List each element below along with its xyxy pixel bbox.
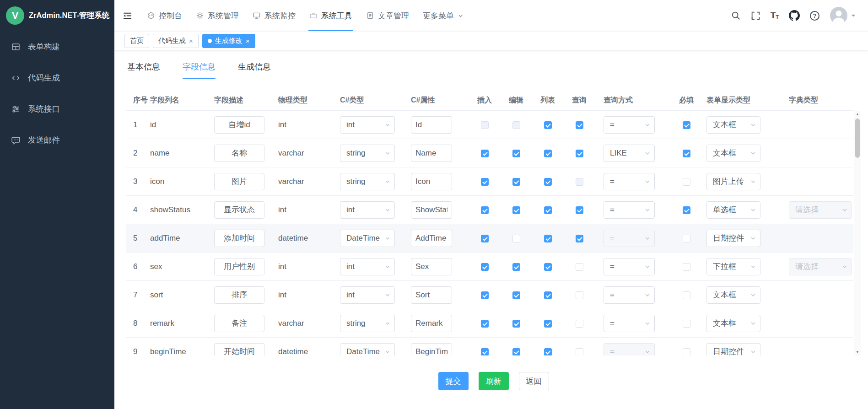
required-checkbox[interactable] — [683, 291, 690, 299]
close-icon[interactable] — [189, 38, 193, 44]
list-checkbox[interactable] — [544, 178, 552, 186]
query-checkbox[interactable] — [576, 263, 583, 271]
query-checkbox[interactable] — [576, 348, 583, 355]
csharp-type-select[interactable]: int — [340, 116, 395, 134]
display-type-select[interactable]: 文本框 — [706, 145, 760, 162]
insert-checkbox[interactable] — [481, 348, 489, 355]
insert-checkbox[interactable] — [481, 206, 489, 214]
csharp-property-input[interactable] — [411, 201, 452, 219]
column-description-input[interactable] — [214, 201, 264, 219]
csharp-type-select[interactable]: int — [340, 201, 395, 219]
edit-checkbox[interactable] — [512, 178, 520, 186]
caret-down-icon[interactable] — [851, 13, 856, 18]
csharp-property-input[interactable] — [411, 230, 452, 247]
sidebar-item-form-builder[interactable]: 表单构建 — [0, 31, 114, 62]
list-checkbox[interactable] — [544, 320, 552, 328]
display-type-select[interactable]: 文本框 — [706, 315, 760, 332]
column-description-input[interactable] — [214, 343, 264, 356]
query-type-select[interactable]: = — [604, 201, 655, 219]
csharp-type-select[interactable]: string — [340, 315, 395, 332]
csharp-type-select[interactable]: string — [340, 173, 395, 190]
display-type-select[interactable]: 单选框 — [706, 201, 760, 219]
collapse-sidebar-button[interactable] — [114, 0, 140, 31]
list-checkbox[interactable] — [544, 150, 552, 157]
query-type-select[interactable]: = — [604, 173, 655, 190]
fullscreen-icon[interactable] — [751, 11, 760, 21]
table-scrollbar[interactable] — [854, 111, 861, 355]
display-type-select[interactable]: 日期控件 — [706, 343, 760, 356]
csharp-property-input[interactable] — [411, 258, 452, 275]
column-description-input[interactable] — [214, 116, 264, 134]
insert-checkbox[interactable] — [481, 291, 489, 299]
nav-item-console[interactable]: 控制台 — [140, 0, 189, 31]
tag-home[interactable]: 首页 — [124, 34, 149, 48]
avatar[interactable] — [830, 6, 848, 25]
column-description-input[interactable] — [214, 230, 264, 247]
scrollbar-thumb[interactable] — [855, 118, 860, 158]
csharp-property-input[interactable] — [411, 173, 452, 190]
display-type-select[interactable]: 下拉框 — [706, 258, 760, 275]
query-checkbox[interactable] — [576, 291, 583, 299]
nav-item-system-monitor[interactable]: 系统监控 — [246, 0, 302, 31]
csharp-property-input[interactable] — [411, 116, 452, 134]
csharp-type-select[interactable]: int — [340, 286, 395, 304]
list-checkbox[interactable] — [544, 121, 552, 129]
tab-basic-info[interactable]: 基本信息 — [127, 61, 160, 79]
github-icon[interactable] — [789, 10, 800, 21]
insert-checkbox[interactable] — [481, 320, 489, 328]
csharp-type-select[interactable]: int — [340, 258, 395, 275]
close-icon[interactable] — [246, 38, 250, 44]
tag-code-generation[interactable]: 代码生成 — [153, 34, 199, 48]
query-type-select[interactable]: = — [604, 116, 655, 134]
column-description-input[interactable] — [214, 258, 264, 275]
required-checkbox[interactable] — [683, 178, 690, 186]
tag-generate-edit[interactable]: 生成修改 — [202, 34, 255, 48]
column-description-input[interactable] — [214, 173, 264, 190]
sidebar-item-send-mail[interactable]: 发送邮件 — [0, 124, 114, 156]
query-checkbox[interactable] — [576, 235, 583, 242]
csharp-property-input[interactable] — [411, 145, 452, 162]
query-type-select[interactable]: = — [604, 258, 655, 275]
query-checkbox[interactable] — [576, 320, 583, 328]
font-size-icon[interactable] — [771, 11, 779, 21]
nav-item-system-management[interactable]: 系统管理 — [189, 0, 246, 31]
required-checkbox[interactable] — [683, 263, 690, 271]
scroll-up-arrow[interactable] — [854, 111, 861, 118]
sidebar-item-system-api[interactable]: 系统接口 — [0, 93, 114, 124]
query-checkbox[interactable] — [576, 121, 583, 129]
query-type-select[interactable]: = — [604, 286, 655, 304]
list-checkbox[interactable] — [544, 348, 552, 355]
csharp-type-select[interactable]: string — [340, 145, 395, 162]
insert-checkbox[interactable] — [481, 235, 489, 242]
required-checkbox[interactable] — [683, 206, 690, 214]
query-type-select[interactable]: LIKE — [604, 145, 655, 162]
nav-item-more-menu[interactable]: 更多菜单 — [416, 0, 470, 31]
app-logo[interactable]: V ZrAdmin.NET-管理系统 — [0, 0, 114, 31]
csharp-property-input[interactable] — [411, 286, 452, 304]
display-type-select[interactable]: 图片上传 — [706, 173, 760, 190]
csharp-type-select[interactable]: DateTime — [340, 343, 395, 356]
edit-checkbox[interactable] — [512, 263, 520, 271]
csharp-type-select[interactable]: DateTime — [340, 230, 395, 247]
tab-field-info[interactable]: 字段信息 — [183, 61, 216, 79]
display-type-select[interactable]: 文本框 — [706, 116, 760, 134]
tab-generate-info[interactable]: 生成信息 — [238, 61, 271, 79]
column-description-input[interactable] — [214, 145, 264, 162]
nav-item-system-tools[interactable]: 系统工具 — [302, 0, 359, 31]
edit-checkbox[interactable] — [512, 206, 520, 214]
query-checkbox[interactable] — [576, 150, 583, 157]
insert-checkbox[interactable] — [481, 263, 489, 271]
list-checkbox[interactable] — [544, 291, 552, 299]
required-checkbox[interactable] — [683, 121, 690, 129]
column-description-input[interactable] — [214, 315, 264, 332]
required-checkbox[interactable] — [683, 320, 690, 328]
sidebar-item-code-generation[interactable]: 代码生成 — [0, 62, 114, 93]
list-checkbox[interactable] — [544, 206, 552, 214]
insert-checkbox[interactable] — [481, 178, 489, 186]
edit-checkbox[interactable] — [512, 348, 520, 355]
search-icon[interactable] — [731, 11, 741, 21]
nav-item-article-management[interactable]: 文章管理 — [359, 0, 416, 31]
refresh-button[interactable]: 刷新 — [479, 372, 509, 390]
query-checkbox[interactable] — [576, 206, 583, 214]
display-type-select[interactable]: 文本框 — [706, 286, 760, 304]
